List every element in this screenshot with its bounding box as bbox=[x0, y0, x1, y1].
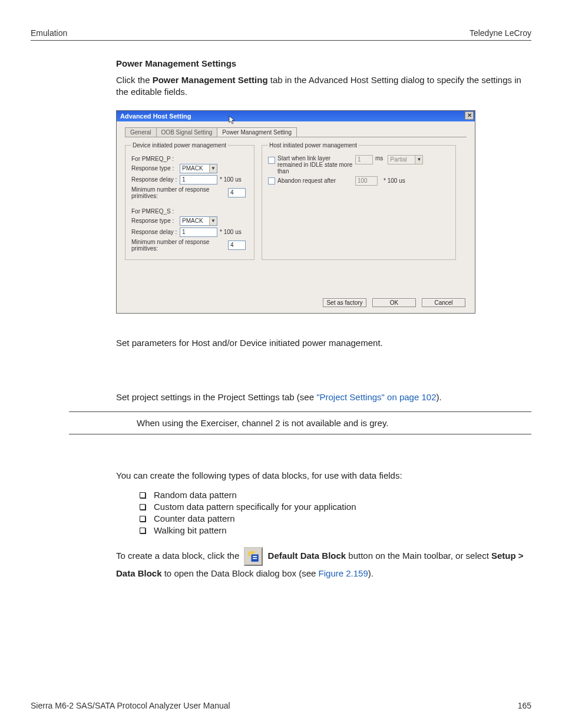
label-min-primitives-s: Minimum number of response primitives: bbox=[131, 239, 226, 252]
group-device-initiated: Device initiated power management For PM… bbox=[125, 142, 254, 260]
header-right: Teledyne LeCroy bbox=[470, 28, 531, 38]
unit-ms: ms bbox=[375, 155, 383, 162]
input-pmreq-p-delay[interactable]: 1 bbox=[180, 175, 217, 185]
project-settings-line: Set project settings in the Project Sett… bbox=[116, 391, 531, 403]
label-response-delay: Response delay : bbox=[131, 176, 177, 183]
set-as-factory-button[interactable]: Set as factory bbox=[323, 298, 366, 307]
dialog-advanced-host-setting: Advanced Host Setting ✕ General OOB Sign… bbox=[116, 110, 475, 314]
bullet-icon bbox=[140, 492, 146, 498]
chevron-down-icon: ▼ bbox=[209, 164, 217, 173]
cursor-icon bbox=[229, 116, 237, 127]
checkbox-start-idle[interactable] bbox=[268, 157, 275, 164]
dialog-buttons: Set as factory OK Cancel bbox=[323, 298, 465, 307]
select-partial: Partial ▼ bbox=[388, 155, 423, 164]
data-block-list: Random data pattern Custom data pattern … bbox=[140, 490, 531, 535]
footer-left: Sierra M6-2 SAS/SATA Protocol Analyzer U… bbox=[31, 701, 230, 710]
svg-rect-2 bbox=[253, 558, 257, 559]
chevron-down-icon: ▼ bbox=[415, 156, 422, 164]
label-min-primitives: Minimum number of response primitives: bbox=[131, 186, 226, 199]
page-header: Emulation Teledyne LeCroy bbox=[31, 28, 531, 41]
page-footer: Sierra M6-2 SAS/SATA Protocol Analyzer U… bbox=[31, 701, 531, 710]
note-text: When using the Exerciser, channel 2 is n… bbox=[137, 418, 531, 428]
checkbox-abandon[interactable] bbox=[268, 177, 275, 185]
tab-oob-signal[interactable]: OOB Signal Setting bbox=[156, 127, 218, 137]
header-left: Emulation bbox=[31, 28, 67, 38]
dialog-titlebar: Advanced Host Setting ✕ bbox=[117, 111, 475, 121]
ok-button[interactable]: OK bbox=[372, 298, 416, 307]
project-settings-link[interactable]: "Project Settings" on page 102 bbox=[316, 392, 436, 402]
input-pmreq-s-min[interactable]: 4 bbox=[228, 241, 246, 250]
label-response-type-s: Response type : bbox=[131, 218, 177, 224]
svg-rect-1 bbox=[253, 556, 257, 557]
tab-power-management[interactable]: Power Managment Setting bbox=[217, 127, 297, 137]
intro-paragraph: Click the Power Management Setting tab i… bbox=[116, 74, 531, 98]
group-device-legend: Device initiated power management bbox=[131, 142, 227, 149]
list-item: Random data pattern bbox=[140, 490, 531, 500]
group-host-legend: Host initiated power management bbox=[268, 142, 358, 149]
note-block: When using the Exerciser, channel 2 is n… bbox=[69, 411, 531, 434]
cancel-button[interactable]: Cancel bbox=[422, 298, 465, 307]
unit-100us: * 100 us bbox=[220, 176, 242, 183]
label-response-type: Response type : bbox=[131, 165, 177, 172]
unit-100us-r: * 100 us bbox=[384, 177, 405, 184]
list-item: Counter data pattern bbox=[140, 513, 531, 523]
label-abandon: Abandon request after bbox=[277, 177, 353, 184]
create-block-paragraph: To create a data block, click the Defaul… bbox=[116, 547, 531, 581]
footer-page-number: 165 bbox=[518, 701, 531, 710]
figure-link[interactable]: Figure 2.159 bbox=[319, 568, 368, 578]
input-idle-value: 1 bbox=[355, 155, 373, 164]
chevron-down-icon: ▼ bbox=[209, 217, 217, 225]
label-start-idle: Start when link layer remained in IDLE s… bbox=[277, 155, 353, 174]
group-host-initiated: Host initiated power management Start wh… bbox=[262, 142, 456, 260]
bullet-icon bbox=[140, 516, 146, 522]
tab-general[interactable]: General bbox=[125, 127, 157, 137]
svg-rect-3 bbox=[252, 551, 254, 554]
input-pmreq-p-min[interactable]: 4 bbox=[228, 188, 246, 197]
after-screenshot-text: Set parameters for Host and/or Device in… bbox=[116, 337, 531, 349]
select-pmreq-p-type[interactable]: PMACK ▼ bbox=[180, 164, 217, 173]
dialog-tabs: General OOB Signal Setting Power Managme… bbox=[117, 121, 475, 137]
bullet-icon bbox=[140, 504, 146, 510]
pmreq-p-label: For PMREQ_P : bbox=[131, 156, 248, 162]
divider bbox=[69, 434, 531, 434]
label-response-delay-s: Response delay : bbox=[131, 229, 177, 235]
dialog-title: Advanced Host Setting bbox=[120, 113, 191, 120]
close-button[interactable]: ✕ bbox=[465, 111, 474, 120]
input-pmreq-s-delay[interactable]: 1 bbox=[180, 228, 217, 237]
input-abandon-value: 100 bbox=[355, 176, 378, 186]
blocks-intro: You can create the following types of da… bbox=[116, 470, 531, 482]
default-data-block-icon[interactable] bbox=[244, 547, 263, 566]
list-item: Walking bit pattern bbox=[140, 525, 531, 535]
divider bbox=[69, 411, 531, 412]
select-pmreq-s-type[interactable]: PMACK ▼ bbox=[180, 216, 217, 226]
section-heading: Power Management Settings bbox=[116, 58, 531, 68]
bullet-icon bbox=[140, 528, 146, 533]
pmreq-s-label: For PMREQ_S : bbox=[131, 208, 248, 215]
unit-100us-s: * 100 us bbox=[220, 229, 242, 235]
list-item: Custom data pattern specifically for you… bbox=[140, 502, 531, 512]
